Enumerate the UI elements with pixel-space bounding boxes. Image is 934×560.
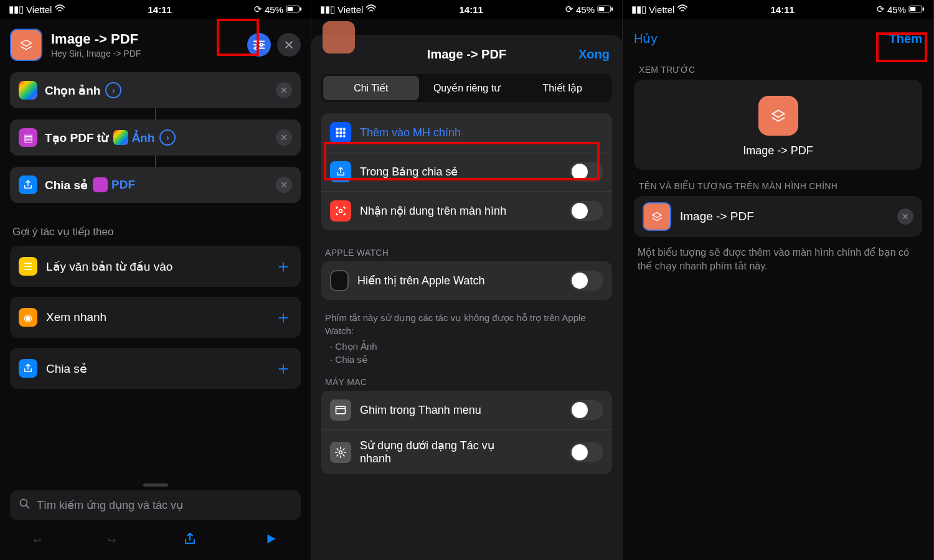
- row-add-to-home[interactable]: Thêm vào MH chính: [321, 113, 612, 152]
- pane-shortcut-editor: ▮▮▯ Viettel 14:11 ⟳ 45% Image -> PDF Hey…: [0, 0, 311, 560]
- svg-point-23: [339, 210, 342, 213]
- pane-add-to-home: ▮▮▯Viettel 14:11 ⟳45% Hủy Thêm XEM TRƯỚC…: [623, 0, 934, 560]
- svg-rect-28: [923, 7, 925, 10]
- clear-text-icon[interactable]: ✕: [897, 208, 913, 225]
- svg-rect-12: [611, 7, 613, 10]
- svg-rect-2: [288, 7, 293, 11]
- preview-card: Image -> PDF: [634, 80, 922, 170]
- preview-app-icon: [758, 96, 798, 136]
- add-button[interactable]: Thêm: [889, 32, 922, 46]
- settings-button[interactable]: [247, 33, 271, 57]
- row-receive-onscreen[interactable]: Nhận nội dung trên màn hình: [321, 191, 612, 230]
- toggle-quick-action[interactable]: [570, 442, 603, 462]
- status-bar: ▮▮▯Viettel 14:11 ⟳45%: [311, 0, 622, 19]
- rotation-lock-icon: ⟳: [565, 4, 573, 15]
- delete-action-icon[interactable]: ✕: [276, 82, 292, 98]
- row-show-on-watch[interactable]: Hiển thị trên Apple Watch: [321, 261, 612, 300]
- row-label: Trong Bảng chia sẻ: [360, 165, 458, 179]
- suggestion-get-text[interactable]: ☰ Lấy văn bản từ đầu vào ＋: [10, 246, 301, 287]
- suggestion-label: Lấy văn bản từ đầu vào: [46, 259, 172, 274]
- photos-icon: [19, 81, 37, 100]
- segment-setup[interactable]: Thiết lập: [514, 76, 610, 100]
- group-header-mac: MÁY MAC: [311, 366, 622, 391]
- svg-point-8: [255, 47, 257, 49]
- cancel-button[interactable]: Hủy: [634, 31, 657, 46]
- segment-privacy[interactable]: Quyền riêng tư: [419, 76, 515, 100]
- svg-rect-13: [599, 7, 605, 11]
- apple-watch-note: Phím tắt này sử dụng các tác vụ không đư…: [311, 306, 622, 366]
- action-share[interactable]: Chia sẻ PDF ✕: [10, 167, 301, 203]
- shortcut-subtitle: Hey Siri, Image -> PDF: [51, 49, 238, 58]
- group-details: Thêm vào MH chính Trong Bảng chia sẻ Nhậ…: [321, 113, 612, 230]
- clock: 14:11: [148, 4, 172, 15]
- search-icon: [19, 498, 31, 513]
- undo-button[interactable]: ↩: [33, 534, 41, 546]
- variable-pdf[interactable]: PDF: [111, 178, 135, 192]
- menubar-icon: [330, 399, 351, 421]
- shortcut-title: Image -> PDF: [51, 31, 238, 47]
- carrier-label: Viettel: [649, 4, 674, 15]
- segment-details[interactable]: Chi Tiết: [323, 76, 419, 100]
- redo-button[interactable]: ↪: [108, 534, 116, 546]
- battery-icon: [597, 4, 613, 15]
- home-name-input[interactable]: Image -> PDF: [680, 210, 889, 223]
- row-share-sheet[interactable]: Trong Bảng chia sẻ: [321, 152, 612, 191]
- action-make-pdf[interactable]: ▤ Tạo PDF từ Ảnh › ✕: [10, 119, 301, 156]
- signal-icon: ▮▮▯: [320, 4, 335, 15]
- action-select-photos[interactable]: Chọn ảnh › ✕: [10, 72, 301, 108]
- rotation-lock-icon: ⟳: [877, 4, 885, 15]
- suggestion-share[interactable]: Chia sẻ ＋: [10, 348, 301, 389]
- toggle-pin-menubar[interactable]: [570, 400, 603, 420]
- plus-icon[interactable]: ＋: [275, 254, 292, 278]
- connector-line: [155, 156, 156, 167]
- shortcut-app-icon[interactable]: [10, 29, 42, 61]
- action-label: Chia sẻ: [45, 178, 88, 192]
- svg-rect-18: [339, 131, 342, 134]
- toggle-apple-watch[interactable]: [570, 271, 603, 291]
- share-sheet-icon: [330, 161, 351, 182]
- home-icon-thumbnail[interactable]: [643, 202, 671, 231]
- wifi-icon: [366, 4, 377, 15]
- action-label: Chọn ảnh: [45, 83, 100, 98]
- preview-header: XEM TRƯỚC: [623, 54, 933, 80]
- note-bullet: Chọn Ảnh: [330, 340, 608, 353]
- home-name-row[interactable]: Image -> PDF ✕: [634, 196, 922, 237]
- group-apple-watch: Hiển thị trên Apple Watch: [321, 261, 612, 300]
- row-label: Ghim trong Thanh menu: [360, 404, 481, 417]
- suggestion-quick-look[interactable]: ◉ Xem nhanh ＋: [10, 297, 301, 338]
- row-quick-action[interactable]: Sử dụng dưới dạng Tác vụ nhanh: [321, 429, 612, 474]
- rotation-lock-icon: ⟳: [254, 4, 262, 15]
- close-button[interactable]: [277, 33, 301, 57]
- wifi-icon: [677, 4, 688, 15]
- row-label: Nhận nội dung trên màn hình: [360, 204, 506, 218]
- battery-icon: [286, 4, 302, 15]
- battery-percent: 45%: [265, 4, 283, 15]
- row-label: Thêm vào MH chính: [360, 126, 461, 139]
- segmented-control[interactable]: Chi Tiết Quyền riêng tư Thiết lập: [321, 74, 612, 102]
- svg-rect-21: [339, 135, 342, 137]
- settings-sheet: Image -> PDF Xong Chi Tiết Quyền riêng t…: [311, 35, 622, 560]
- sheet-title: Image -> PDF: [427, 47, 506, 61]
- delete-action-icon[interactable]: ✕: [276, 177, 292, 193]
- variable-photos[interactable]: Ảnh: [132, 131, 154, 145]
- share-icon: [19, 175, 37, 194]
- plus-icon[interactable]: ＋: [275, 357, 292, 380]
- action-label: Tạo PDF từ: [45, 131, 108, 145]
- search-field[interactable]: Tìm kiếm ứng dụng và tác vụ: [10, 490, 301, 520]
- toggle-share-sheet[interactable]: [570, 162, 603, 182]
- share-shortcut-button[interactable]: [182, 531, 197, 549]
- row-pin-menubar[interactable]: Ghim trong Thanh menu: [321, 391, 612, 429]
- run-button[interactable]: [264, 532, 278, 548]
- delete-action-icon[interactable]: ✕: [276, 129, 292, 146]
- toggle-receive-screen[interactable]: [570, 201, 603, 221]
- sheet-grabber[interactable]: [143, 483, 168, 487]
- status-bar: ▮▮▯ Viettel 14:11 ⟳ 45%: [0, 0, 311, 19]
- disclosure-icon[interactable]: ›: [105, 82, 121, 98]
- disclosure-icon[interactable]: ›: [159, 129, 176, 146]
- plus-icon[interactable]: ＋: [275, 306, 292, 329]
- done-button[interactable]: Xong: [578, 47, 610, 62]
- connector-line: [155, 108, 156, 119]
- search-placeholder: Tìm kiếm ứng dụng và tác vụ: [37, 498, 183, 512]
- add-home-note: Một biểu tượng sẽ được thêm vào màn hình…: [623, 237, 933, 282]
- group-mac: Ghim trong Thanh menu Sử dụng dưới dạng …: [321, 391, 612, 474]
